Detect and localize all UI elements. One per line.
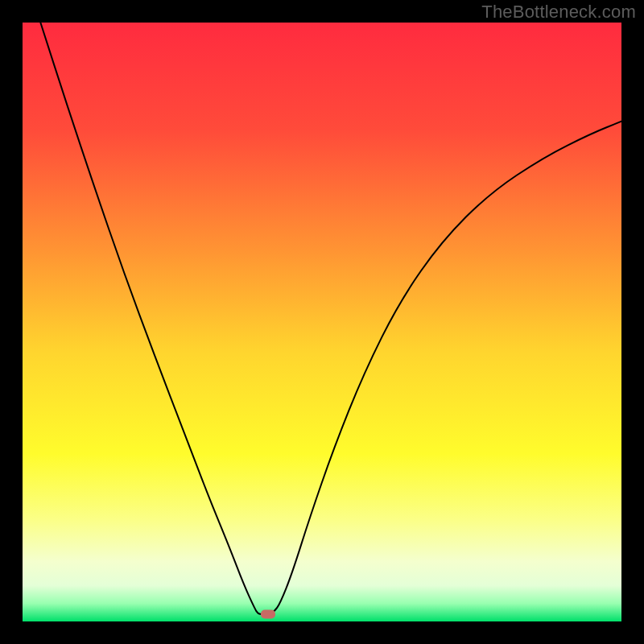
plot-area [23,23,621,621]
chart-frame: TheBottleneck.com [0,0,644,644]
optimal-point-marker [261,610,275,619]
bottleneck-curve [23,23,621,621]
watermark-text: TheBottleneck.com [481,2,636,23]
